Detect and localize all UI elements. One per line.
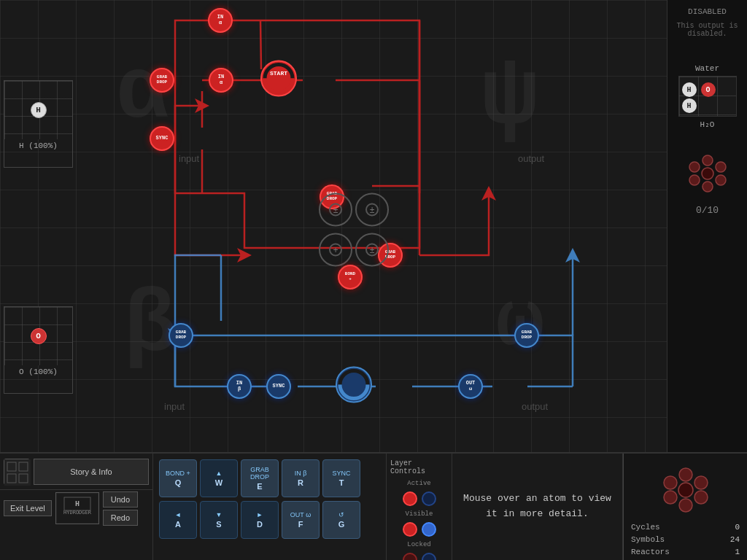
cycles-value: 0 <box>735 523 740 532</box>
reactors-label: Reactors <box>631 548 670 556</box>
reactors-row: Reactors 1 <box>631 548 740 556</box>
rotate-button[interactable]: ↺ G <box>322 501 360 539</box>
down-arrow-button[interactable]: ▼ S <box>200 501 238 539</box>
svg-text:H: H <box>75 500 80 508</box>
bond-plus-button[interactable]: BOND + Q <box>159 459 197 497</box>
reactors-value: 1 <box>735 548 740 556</box>
stats-panel: Cycles 0 Symbols 24 Reactors 1 Current P… <box>623 454 747 560</box>
game-area[interactable]: α ψ β ω input output input output <box>0 0 747 452</box>
node-sync-blue[interactable]: SYNC <box>266 374 291 399</box>
right-output-panel: DISABLED This output is disabled. Water … <box>667 0 747 452</box>
node-in-beta[interactable]: INβ <box>227 374 252 399</box>
symbols-value: 24 <box>730 535 740 544</box>
layer-red-visible[interactable] <box>403 522 417 537</box>
right-arrow-button[interactable]: ► D <box>241 501 279 539</box>
svg-point-31 <box>716 162 726 172</box>
cycles-row: Cycles 0 <box>631 523 740 532</box>
product-flower-icon <box>686 152 729 195</box>
oxygen-label: O (100%) <box>4 365 72 378</box>
sync-button[interactable]: SYNC T <box>322 459 360 497</box>
water-section: Water H O H H₂O <box>671 64 743 129</box>
stats-flower-icon <box>660 464 711 516</box>
svg-point-52 <box>678 483 693 497</box>
label-output-bot: output <box>522 401 548 412</box>
t-key: T <box>339 478 344 487</box>
node-in-alpha-2[interactable]: INα <box>209 68 233 93</box>
in-beta-label: IN β <box>295 470 307 477</box>
bond-gear-4: ± <box>354 232 390 272</box>
label-input-top: input <box>179 153 199 164</box>
layer-blue-visible[interactable] <box>422 522 436 537</box>
left-arrow-icon: ◄ <box>175 511 182 518</box>
s-key: S <box>216 520 221 529</box>
svg-text:START: START <box>270 70 287 77</box>
info-panel: Mouse over an atom to view it in more de… <box>452 454 623 560</box>
symbols-row: Symbols 24 <box>631 535 740 544</box>
cycles-label: Cycles <box>631 523 660 532</box>
hydrogen-atom: H <box>31 102 47 118</box>
up-arrow-icon: ▲ <box>216 470 222 477</box>
svg-point-30 <box>703 155 713 166</box>
d-key: D <box>257 520 263 529</box>
bottom-toolbar: Story & Info Exit Level HYDRODGER H Undo… <box>0 452 747 560</box>
down-arrow-icon: ▼ <box>216 511 222 518</box>
layer-blue-locked[interactable] <box>422 553 436 560</box>
svg-point-34 <box>689 175 700 185</box>
start-node-red[interactable]: START <box>259 59 298 102</box>
node-bond-plus[interactable]: BOND+ <box>338 265 363 289</box>
info-text: Mouse over an atom to view it in more de… <box>460 491 615 522</box>
node-grab-drop-blue-1[interactable]: GRABDROP <box>169 323 193 348</box>
e-key: E <box>257 482 262 491</box>
input-panel-oxygen: O O (100%) <box>4 306 73 394</box>
grab-drop-button[interactable]: GRAB DROP E <box>241 459 279 497</box>
layer-blue-inactive[interactable] <box>422 491 436 506</box>
hydrodger-display: HYDRODGER H <box>55 492 99 524</box>
exit-level-button[interactable]: Exit Level <box>4 500 52 516</box>
rotate-icon: ↺ <box>338 511 344 518</box>
svg-point-46 <box>679 468 692 481</box>
node-sync-red[interactable]: SYNC <box>150 126 174 151</box>
story-info-button[interactable]: Story & Info <box>34 459 149 485</box>
hydrogen-label: H (100%) <box>4 139 72 152</box>
visible-label: Visible <box>406 510 433 518</box>
water-o: O <box>701 82 716 97</box>
undo-button[interactable]: Undo <box>103 491 138 508</box>
warp-icon <box>4 459 30 485</box>
sync-label: SYNC <box>332 470 350 477</box>
start-node-blue[interactable] <box>334 365 374 408</box>
node-out-omega[interactable]: OUTω <box>458 374 483 399</box>
in-beta-button[interactable]: IN β R <box>282 459 320 497</box>
svg-point-48 <box>694 491 708 504</box>
label-input-bot: input <box>164 401 185 412</box>
left-arrow-button[interactable]: ◄ A <box>159 501 197 539</box>
symbols-label: Symbols <box>631 535 665 544</box>
up-arrow-button[interactable]: ▲ W <box>200 459 238 497</box>
out-omega-button[interactable]: OUT ω F <box>282 501 320 539</box>
node-grab-drop-blue-2[interactable]: GRABDROP <box>514 323 539 348</box>
f-key: F <box>298 520 303 529</box>
q-key: Q <box>175 478 182 487</box>
svg-text:±: ± <box>369 246 374 256</box>
water-grid: H O H <box>678 76 737 117</box>
svg-rect-42 <box>57 494 98 523</box>
bond-gear-1: ± <box>317 192 354 232</box>
redo-button[interactable]: Redo <box>103 510 138 526</box>
bond-plus-label: BOND + <box>166 470 190 477</box>
node-grab-drop-1[interactable]: GRABDROP <box>150 68 174 93</box>
water-h1: H <box>682 82 697 97</box>
w-key: W <box>215 478 222 487</box>
svg-point-49 <box>679 499 692 512</box>
node-in-alpha-top[interactable]: INα <box>208 8 233 33</box>
right-arrow-icon: ► <box>257 511 263 518</box>
grab-drop-label: GRAB DROP <box>241 466 278 481</box>
layer-red-locked[interactable] <box>403 553 417 560</box>
svg-text:+: + <box>333 246 338 256</box>
input-panel-hydrogen: H H (100%) <box>4 80 73 168</box>
disabled-label: DISABLED <box>688 7 727 16</box>
layer-red-active[interactable] <box>403 491 417 506</box>
out-omega-label: OUT ω <box>290 511 311 518</box>
svg-point-47 <box>694 476 708 489</box>
svg-point-32 <box>716 175 726 185</box>
svg-rect-37 <box>4 459 31 486</box>
layer-controls-title: Layer Controls <box>390 459 448 475</box>
